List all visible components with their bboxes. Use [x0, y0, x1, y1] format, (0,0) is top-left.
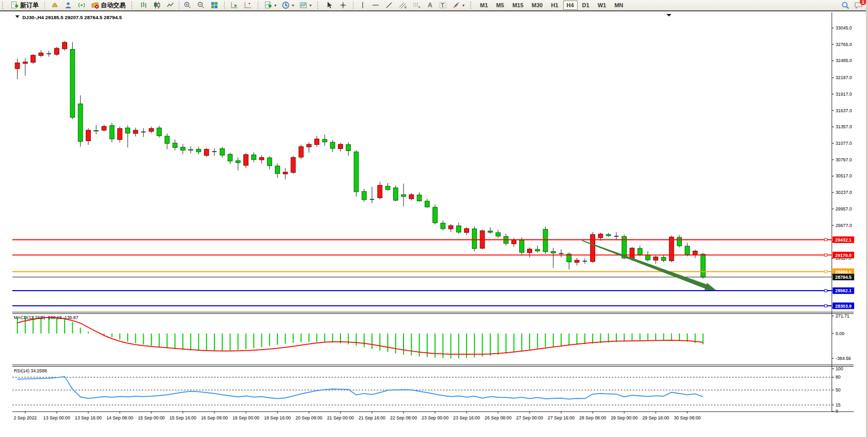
date-label: 21 Sep 00:00	[327, 415, 354, 420]
fibonacci-icon: F	[412, 1, 421, 9]
candle	[236, 161, 240, 163]
candle	[220, 149, 225, 155]
candle	[575, 260, 579, 262]
service-group: 自动交易	[47, 0, 129, 10]
candlestick-chart-button[interactable]	[151, 0, 163, 11]
vertical-line-button[interactable]	[357, 0, 368, 11]
timeframe-MN[interactable]: MN	[611, 1, 627, 10]
signals-button[interactable]	[75, 0, 88, 11]
date-label: 29 Sep 00:00	[611, 415, 638, 420]
date-label: 2 Sep 2022	[13, 415, 37, 420]
chart-type-group	[136, 0, 222, 10]
candle	[196, 149, 201, 152]
arrows-icon	[452, 1, 460, 9]
date-label: 16 Sep 08:00	[201, 415, 228, 420]
tile-windows-button[interactable]	[208, 0, 221, 11]
horizontal-line-button[interactable]	[369, 0, 382, 11]
candle	[677, 237, 682, 246]
rsi-label: RSI(14) 34.2588	[14, 368, 47, 373]
candle	[181, 147, 185, 150]
price-tick-label: 30237.0	[835, 190, 852, 195]
timeframe-W1[interactable]: W1	[594, 1, 610, 10]
date-label: 28 Sep 08:00	[579, 415, 606, 420]
auto-trading-icon	[91, 1, 99, 9]
toolbar-drag-handle[interactable]	[2, 2, 5, 9]
fibonacci-button[interactable]: F	[410, 0, 423, 11]
indicators-button[interactable]: ▾	[262, 0, 278, 11]
auto-trading-label: 自动交易	[101, 1, 126, 10]
periods-button[interactable]: ▾	[280, 0, 296, 11]
macd-tick-label: 271.71	[835, 313, 849, 319]
auto-trading-button[interactable]: 自动交易	[89, 0, 128, 11]
templates-button[interactable]: ▾	[297, 0, 314, 11]
toolbar-drag-handle[interactable]	[470, 2, 473, 9]
candle	[409, 194, 414, 199]
cursor-button[interactable]	[323, 0, 336, 11]
svg-text:A: A	[428, 2, 432, 9]
candle	[685, 246, 690, 254]
timeframe-M15[interactable]: M15	[509, 1, 527, 10]
chart-shift-button[interactable]	[242, 0, 254, 11]
candle	[654, 257, 658, 260]
toolbar-drag-handle[interactable]	[317, 2, 320, 9]
zoom-out-button[interactable]	[195, 0, 207, 11]
candle	[244, 155, 249, 165]
candle	[385, 186, 390, 190]
price-tick-label: 31917.0	[835, 92, 852, 97]
candle	[189, 149, 193, 150]
timeframe-D1[interactable]: D1	[579, 1, 593, 10]
timeframe-H4[interactable]: H4	[563, 1, 578, 10]
chart-canvas[interactable]: 33045.032765.032485.032197.031917.031637…	[0, 12, 868, 437]
toolbar-separator	[44, 1, 45, 9]
candle	[661, 257, 666, 260]
mt4-window: { "toolbar": { "new_order_label": "新订单",…	[0, 0, 868, 437]
trendline-button[interactable]	[383, 0, 395, 11]
candle	[543, 229, 548, 251]
date-label: 23 Sep 00:00	[422, 415, 448, 420]
text-button[interactable]: A	[424, 0, 436, 11]
timeframe-M1[interactable]: M1	[476, 1, 491, 10]
auto-scroll-button[interactable]	[228, 0, 241, 11]
crosshair-button[interactable]	[337, 0, 349, 11]
line-price-label: 28562.1	[835, 288, 852, 293]
arrows-button[interactable]: ▾	[450, 0, 467, 11]
candle	[630, 248, 634, 259]
candle	[322, 139, 327, 142]
line-chart-button[interactable]	[164, 0, 177, 11]
signal-icon	[78, 1, 86, 9]
equidistant-channel-button[interactable]: E	[396, 0, 409, 11]
candle	[94, 130, 99, 131]
candle	[488, 231, 492, 232]
candle	[472, 229, 477, 248]
candle	[693, 251, 698, 254]
gold-bars-button[interactable]	[49, 0, 61, 11]
bar-chart-button[interactable]	[137, 0, 150, 11]
notifications-button[interactable]: 1	[854, 1, 863, 9]
candle	[110, 126, 114, 139]
candle	[291, 158, 296, 173]
candle	[54, 48, 59, 54]
candle	[118, 128, 122, 140]
search-icon[interactable]	[841, 1, 850, 10]
chart-title: DJ30-,H4 29185.5 29207.5 28764.5 28794.5	[22, 14, 122, 20]
rsi-tick-label: 15	[835, 402, 841, 408]
candle	[512, 240, 516, 244]
auto-scroll-icon	[230, 1, 239, 9]
candle	[417, 195, 422, 201]
zoom-in-button[interactable]	[181, 0, 194, 11]
chevron-down-icon: ▾	[309, 3, 312, 8]
scroll-group	[227, 0, 256, 10]
candle	[354, 152, 359, 192]
svg-text:E: E	[405, 6, 407, 9]
profile-button[interactable]	[62, 0, 74, 11]
candle	[701, 254, 705, 277]
timeframe-H1[interactable]: H1	[547, 1, 562, 10]
text-label-button[interactable]: T	[437, 0, 449, 11]
chart-area[interactable]: 33045.032765.032485.032197.031917.031637…	[0, 12, 868, 437]
toolbar-drag-handle[interactable]	[131, 2, 134, 9]
person-icon	[64, 1, 72, 9]
candle	[528, 249, 532, 253]
new-order-button[interactable]: 新订单	[8, 0, 41, 11]
timeframe-M30[interactable]: M30	[528, 1, 546, 10]
timeframe-M5[interactable]: M5	[492, 1, 507, 10]
